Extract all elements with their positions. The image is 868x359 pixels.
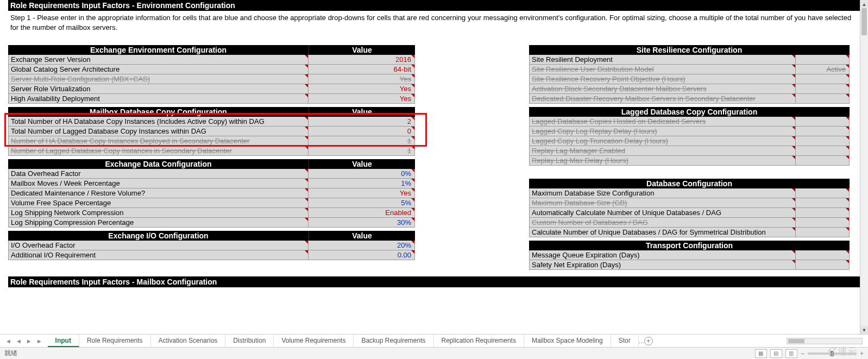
zoom-slider[interactable] bbox=[808, 352, 857, 355]
row-value[interactable] bbox=[796, 55, 849, 64]
comment-indicator-icon bbox=[305, 198, 308, 201]
row-value[interactable]: Yes bbox=[309, 188, 414, 198]
table-row: Global Catalog Server Architecture64-bit bbox=[8, 65, 415, 74]
sheet-tab[interactable]: Role Requirements bbox=[79, 335, 151, 347]
tab-first-icon[interactable]: ◄ bbox=[4, 338, 12, 344]
tab-next-icon[interactable]: ► bbox=[25, 338, 33, 344]
row-label: Calculate Number of Unique Databases / D… bbox=[530, 228, 796, 237]
comment-indicator-icon bbox=[846, 94, 849, 97]
row-value[interactable]: Yes bbox=[309, 94, 414, 103]
sheet-tab[interactable]: Mailbox Space Modeling bbox=[524, 335, 611, 347]
row-value[interactable] bbox=[796, 117, 849, 126]
row-label: Exchange Server Version bbox=[9, 55, 309, 64]
row-label: Global Catalog Server Architecture bbox=[9, 65, 309, 74]
comment-indicator-icon bbox=[846, 74, 849, 78]
comment-indicator-icon bbox=[411, 84, 414, 87]
row-value[interactable]: Enabled bbox=[309, 208, 414, 217]
zoom-out-icon[interactable]: − bbox=[801, 350, 804, 357]
new-sheet-button[interactable]: + bbox=[644, 337, 653, 345]
comment-indicator-icon bbox=[411, 250, 414, 254]
table-row: Replay Lag Max Delay (Hours) bbox=[529, 156, 850, 166]
row-label: Volume Free Space Percentage bbox=[9, 198, 309, 207]
row-value[interactable]: 1% bbox=[309, 179, 414, 188]
row-value[interactable] bbox=[796, 94, 849, 103]
table-row: Custom Number of Databases / DAG bbox=[529, 218, 850, 228]
sheet-tab[interactable]: Distribution bbox=[225, 335, 274, 347]
comment-indicator-icon bbox=[846, 218, 849, 221]
table-row: Total Number of HA Database Copy Instanc… bbox=[8, 117, 415, 127]
row-value[interactable] bbox=[796, 127, 849, 136]
row-value[interactable] bbox=[796, 198, 849, 207]
row-value[interactable]: 0.00 bbox=[309, 250, 414, 260]
row-value[interactable]: 0% bbox=[309, 169, 414, 178]
row-value[interactable]: 2016 bbox=[309, 55, 414, 64]
sheet-tab[interactable]: Input bbox=[48, 335, 79, 347]
row-value[interactable] bbox=[796, 250, 849, 260]
section-title-mailbox-config: Role Requirements Input Factors - Mailbo… bbox=[8, 276, 860, 287]
table-row: Server Multi-Role Configuration (MBX+CAS… bbox=[8, 74, 415, 84]
row-label: I/O Overhead Factor bbox=[9, 241, 309, 250]
row-value[interactable]: 0 bbox=[309, 127, 414, 136]
scroll-thumb[interactable] bbox=[861, 8, 867, 35]
comment-indicator-icon bbox=[846, 146, 849, 149]
horizontal-scrollbar[interactable] bbox=[787, 338, 863, 344]
row-value[interactable] bbox=[796, 260, 849, 269]
comment-indicator-icon bbox=[846, 208, 849, 211]
table-row: Maximum Database Size Configuration bbox=[529, 188, 850, 198]
comment-indicator-icon bbox=[846, 84, 849, 87]
row-value[interactable] bbox=[796, 228, 849, 237]
row-value[interactable] bbox=[796, 156, 849, 165]
table-row: Data Overhead Factor0% bbox=[8, 169, 415, 179]
tabs-overflow[interactable]: ... bbox=[639, 337, 644, 345]
row-value[interactable]: 30% bbox=[309, 218, 414, 227]
row-label: Total Number of Lagged Database Copy Ins… bbox=[9, 127, 309, 136]
comment-indicator-icon bbox=[792, 74, 795, 78]
row-label: Maximum Database Size (GB) bbox=[530, 198, 796, 207]
view-normal-icon[interactable]: ▦ bbox=[755, 349, 767, 358]
sheet-tab[interactable]: Stor bbox=[611, 335, 639, 347]
row-value[interactable]: 1 bbox=[309, 146, 414, 155]
tab-last-icon[interactable]: ► bbox=[35, 338, 43, 344]
view-page-break-icon[interactable]: ▥ bbox=[785, 349, 797, 358]
row-value[interactable]: 1 bbox=[309, 136, 414, 146]
table-row: Lagged Copy Log Truncation Delay (Hours) bbox=[529, 136, 850, 146]
table-row: Number of HA Database Copy Instances Dep… bbox=[8, 136, 415, 146]
status-bar: 就绪 ▦ ▤ ▥ − + 亿速云 bbox=[0, 347, 868, 359]
sheet-tab[interactable]: Replication Requirements bbox=[434, 335, 524, 347]
tab-prev-icon[interactable]: ◄ bbox=[15, 338, 23, 344]
row-value[interactable] bbox=[796, 84, 849, 93]
row-value[interactable] bbox=[796, 208, 849, 217]
table-row: Exchange Server Version2016 bbox=[8, 55, 415, 65]
header-ldbc: Lagged Database Copy Configuration bbox=[529, 107, 850, 117]
header-env: Exchange Environment Configuration Value bbox=[8, 45, 415, 55]
view-page-layout-icon[interactable]: ▤ bbox=[770, 349, 782, 358]
sheet-tab[interactable]: Backup Requirements bbox=[354, 335, 433, 347]
row-value[interactable] bbox=[796, 188, 849, 198]
row-value[interactable]: Yes bbox=[309, 74, 414, 84]
comment-indicator-icon bbox=[846, 117, 849, 120]
table-row: Safety Net Expiration (Days) bbox=[529, 260, 850, 270]
row-value[interactable]: 2 bbox=[309, 117, 414, 126]
comment-indicator-icon bbox=[846, 65, 849, 68]
comment-indicator-icon bbox=[846, 260, 849, 263]
table-row: Total Number of Lagged Database Copy Ins… bbox=[8, 127, 415, 136]
sheet-tab[interactable]: Activation Scenarios bbox=[151, 335, 226, 347]
scroll-up-icon[interactable]: ▲ bbox=[860, 0, 868, 8]
row-value[interactable]: 20% bbox=[309, 241, 414, 250]
row-value[interactable]: 64-bit bbox=[309, 65, 414, 74]
comment-indicator-icon bbox=[792, 156, 795, 159]
zoom-in-icon[interactable]: + bbox=[860, 350, 864, 357]
hscroll-thumb[interactable] bbox=[788, 339, 804, 343]
row-value[interactable]: Yes bbox=[309, 84, 414, 93]
row-value[interactable] bbox=[796, 218, 849, 227]
row-value[interactable] bbox=[796, 146, 849, 155]
row-value[interactable]: 5% bbox=[309, 198, 414, 207]
row-value[interactable] bbox=[796, 136, 849, 146]
header-dbc: Database Configuration bbox=[529, 179, 850, 188]
scroll-down-icon[interactable]: ▼ bbox=[860, 326, 868, 334]
vertical-scrollbar[interactable]: ▲ ▼ bbox=[860, 0, 868, 334]
row-value[interactable]: Active bbox=[796, 65, 849, 74]
sheet-tab[interactable]: Volume Requirements bbox=[274, 335, 354, 347]
row-value[interactable] bbox=[796, 74, 849, 84]
comment-indicator-icon bbox=[846, 198, 849, 201]
